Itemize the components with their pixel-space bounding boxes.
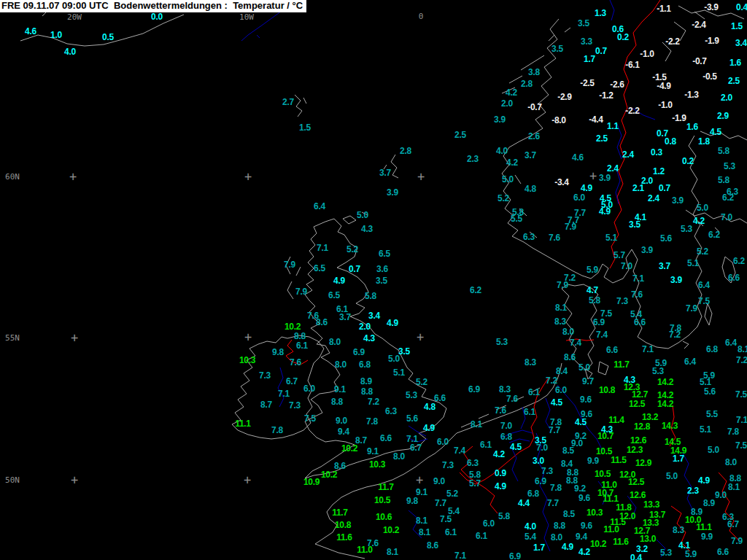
station-temp: 9.1	[367, 447, 379, 456]
title-bar: FRE 09.11.07 09:00 UTC Bodenwettermeldun…	[0, 0, 306, 12]
station-temp: 8.0	[335, 360, 347, 369]
station-temp: 5.8	[589, 296, 600, 305]
station-temp: 5.9	[587, 265, 598, 274]
station-temp: 8.8	[361, 387, 373, 396]
station-temp: 5.1	[687, 259, 699, 268]
station-temp: 0.9	[495, 469, 506, 478]
station-temp: 5.0	[502, 175, 514, 184]
station-temp: 4.0	[496, 147, 508, 155]
station-temp: 1.6	[729, 58, 741, 67]
station-temp: 0.7	[659, 184, 670, 192]
station-temp: 2.6	[528, 132, 540, 141]
station-temp: 8.6	[564, 353, 576, 362]
station-temp: 7.6	[290, 358, 301, 367]
station-temp: 8.8	[331, 397, 343, 406]
station-temp: 11.1	[235, 419, 251, 428]
station-temp: 6.9	[353, 348, 365, 357]
station-temp: 12.6	[630, 436, 646, 445]
station-temp: 10.5	[595, 470, 611, 478]
station-temp: 4.2	[506, 88, 517, 97]
station-temp: 14.2	[657, 378, 673, 386]
station-temp: 11.0	[603, 525, 619, 534]
station-temp: 6.7	[286, 377, 298, 386]
station-temp: 10.6	[376, 513, 392, 521]
station-temp: 10.5	[374, 496, 390, 505]
station-temp: -3.4	[554, 178, 568, 187]
station-temp: 9.9	[587, 456, 599, 465]
station-temp: 5.0	[697, 203, 708, 212]
station-temp: 8.7	[260, 400, 272, 409]
station-temp: 5.8	[718, 176, 729, 184]
station-temp: 0.0	[151, 12, 163, 21]
station-temp: 1.6	[686, 122, 698, 131]
station-temp: 5.6	[704, 387, 716, 396]
station-temp: 4.9	[562, 542, 573, 551]
station-temp: 9.4	[338, 427, 349, 436]
station-temp: 8.1	[387, 548, 398, 556]
station-temp: 7.3	[442, 461, 454, 470]
station-temp: 9.4	[576, 532, 587, 541]
station-temp: 5.0	[708, 446, 719, 454]
station-temp: 11.1	[696, 523, 712, 532]
station-temp: -1.0	[640, 50, 654, 58]
station-temp: 7.3	[616, 297, 628, 306]
station-temp: 3.9	[670, 276, 682, 284]
station-temp: 10.7	[597, 432, 614, 440]
station-temp: 7.7	[549, 426, 560, 435]
station-temp: -1.0	[658, 101, 672, 109]
station-temp: 3.7	[379, 168, 391, 177]
station-temp: 8.1	[728, 483, 740, 491]
station-temp: 7.3	[289, 401, 301, 410]
station-temp: 6.6	[728, 273, 740, 282]
station-temp: 10.2	[590, 540, 606, 548]
station-temp: -1.9	[672, 114, 686, 122]
station-temp: 9.8	[406, 497, 418, 505]
station-temp: -0.7	[527, 103, 541, 112]
station-temp: 6.2	[470, 286, 481, 295]
station-temp: 8.0	[329, 338, 341, 346]
station-temp: 4.2	[578, 548, 590, 556]
station-temp: 7.9	[565, 222, 576, 231]
station-temp: 6.4	[314, 202, 325, 211]
station-temp: 5.6	[406, 414, 418, 423]
station-temp: 8.8	[294, 332, 306, 341]
graticule-mark: +	[244, 171, 252, 183]
station-temp: 7.3	[259, 371, 271, 380]
station-temp: 7.1	[736, 416, 747, 424]
station-temp: 2.5	[728, 77, 740, 85]
station-temp: 3.4	[368, 311, 380, 320]
graticule-mark: +	[244, 474, 251, 486]
station-temp: 6.8	[359, 360, 371, 369]
station-temp: 12.5	[628, 478, 644, 486]
station-temp: 4.2	[506, 158, 518, 167]
station-temp: 5.2	[498, 194, 509, 203]
station-temp: 2.3	[467, 155, 479, 163]
station-temp: 5.9	[685, 550, 697, 559]
station-temp: 5.4	[525, 532, 536, 541]
station-temp: -1.9	[705, 36, 719, 45]
station-temp: 0.7	[595, 47, 607, 55]
station-temp: 3.5	[376, 276, 387, 285]
station-temp: 6.7	[727, 520, 739, 529]
station-temp: 7.2	[546, 376, 557, 385]
station-temp: 7.8	[366, 417, 378, 426]
station-temp: 5.3	[724, 162, 735, 171]
station-temp: 10.8	[599, 386, 615, 394]
station-temp: 6.4	[725, 338, 737, 347]
station-temp: 8.8	[566, 476, 578, 485]
station-temp: 7.7	[547, 499, 559, 508]
station-temp: 8.5	[563, 510, 575, 518]
station-temp: 3.8	[528, 68, 540, 77]
graticule-mark: +	[416, 474, 423, 486]
station-temp: 6.3	[467, 459, 479, 467]
station-temp: 5.1	[393, 368, 405, 377]
station-temp: 6.5	[379, 249, 390, 258]
station-temp: 6.6	[606, 346, 618, 354]
station-temp: 3.9	[599, 174, 611, 182]
station-temp: 4.9	[599, 207, 611, 216]
station-temp: 7.2	[669, 330, 681, 339]
graticule-label: 0	[419, 12, 424, 20]
station-temp: 7.3	[541, 467, 553, 475]
station-temp: 7.5	[735, 441, 747, 450]
station-temp: 3.0	[533, 456, 544, 465]
